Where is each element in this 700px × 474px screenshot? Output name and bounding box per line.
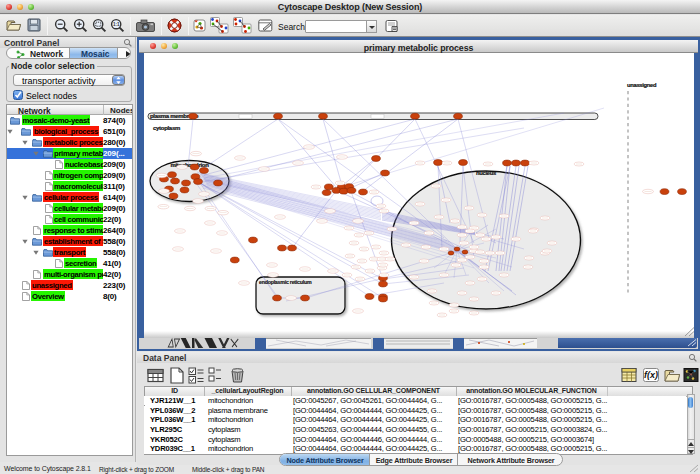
svg-text:cytoplasm: cytoplasm xyxy=(153,125,180,131)
svg-text:endoplasmic reticulum: endoplasmic reticulum xyxy=(259,278,312,284)
svg-text:nucleus: nucleus xyxy=(476,169,496,175)
svg-text:1:1: 1:1 xyxy=(113,22,120,27)
svg-text:mitochondrion: mitochondrion xyxy=(170,161,209,167)
svg-text:unassigned: unassigned xyxy=(627,82,657,88)
svg-text:f(x): f(x) xyxy=(644,370,658,380)
